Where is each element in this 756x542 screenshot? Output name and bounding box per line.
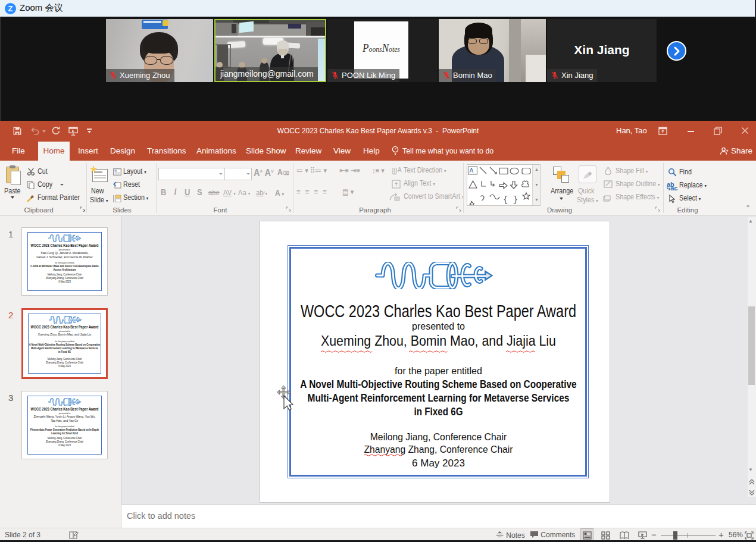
svg-text:A: A (398, 167, 402, 173)
svg-text:A: A (470, 167, 474, 174)
svg-text:{ }: { } (503, 195, 518, 205)
